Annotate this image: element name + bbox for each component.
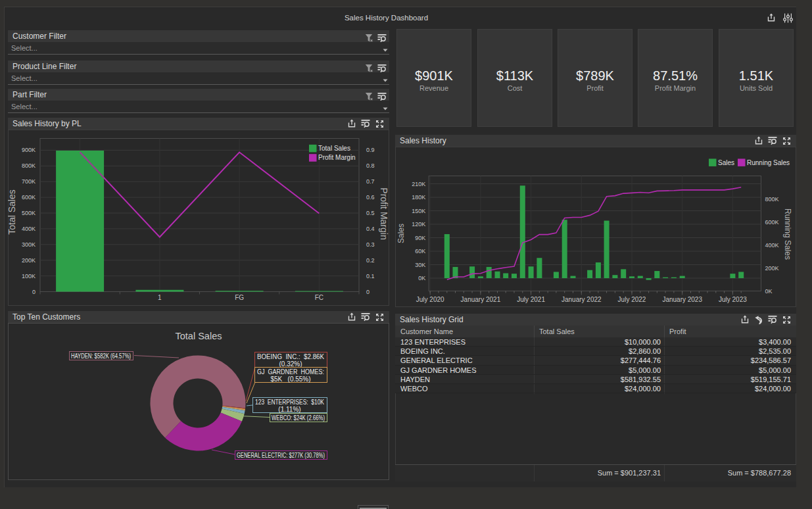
- svg-text:July 2021: July 2021: [517, 296, 545, 303]
- svg-text:300K: 300K: [22, 241, 36, 248]
- svg-text:0.1: 0.1: [366, 273, 375, 279]
- svg-text:0.9: 0.9: [366, 147, 375, 153]
- svg-text:FG: FG: [235, 294, 244, 301]
- svg-text:July 2023: July 2023: [719, 296, 747, 303]
- svg-text:500K: 500K: [22, 210, 36, 216]
- svg-text:Profit Margin: Profit Margin: [318, 154, 356, 161]
- svg-text:HAYDEN: $582K (64.57%): HAYDEN: $582K (64.57%): [71, 352, 131, 360]
- svg-text:0: 0: [366, 289, 370, 295]
- svg-text:60K: 60K: [415, 248, 425, 254]
- svg-text:Sales: Sales: [396, 224, 406, 243]
- svg-text:210K: 210K: [412, 181, 425, 187]
- svg-text:(0.32%): (0.32%): [279, 360, 302, 368]
- svg-text:900K: 900K: [22, 147, 36, 153]
- svg-text:400K: 400K: [765, 242, 779, 249]
- svg-text:GENERAL ELECTRIC: $277K (30.78: GENERAL ELECTRIC: $277K (30.78%): [237, 452, 325, 459]
- svg-text:Running Sales: Running Sales: [747, 159, 790, 166]
- svg-text:0.8: 0.8: [366, 162, 375, 169]
- svg-text:0K: 0K: [418, 275, 425, 281]
- svg-text:120K: 120K: [412, 221, 425, 228]
- svg-text:January 2022: January 2022: [561, 296, 602, 303]
- svg-text:150K: 150K: [412, 208, 425, 214]
- svg-text:FC: FC: [315, 294, 323, 301]
- svg-text:Total Sales: Total Sales: [318, 145, 350, 152]
- svg-text:400K: 400K: [22, 226, 36, 232]
- svg-text:GJ GARDNER HOMES:: GJ GARDNER HOMES:: [257, 368, 324, 376]
- svg-text:600K: 600K: [765, 219, 779, 226]
- svg-text:0.2: 0.2: [366, 257, 375, 264]
- svg-text:July 2022: July 2022: [618, 296, 646, 303]
- svg-text:0K: 0K: [765, 288, 773, 295]
- svg-text:BOEING INC.: $2.86K: BOEING INC.: $2.86K: [257, 353, 324, 360]
- svg-text:123 ENTERPRISES: $10K: 123 ENTERPRISES: $10K: [255, 399, 324, 406]
- svg-text:600K: 600K: [22, 194, 36, 201]
- svg-text:Total Sales: Total Sales: [8, 189, 17, 234]
- svg-text:January 2021: January 2021: [461, 296, 501, 303]
- svg-text:Profit Margin: Profit Margin: [379, 187, 389, 239]
- svg-text:WEBCO: $24K (2.66%): WEBCO: $24K (2.66%): [272, 414, 325, 422]
- svg-text:90K: 90K: [415, 235, 425, 241]
- svg-text:200K: 200K: [765, 265, 779, 272]
- svg-text:0.3: 0.3: [366, 241, 375, 248]
- svg-text:Total Sales: Total Sales: [176, 331, 222, 341]
- svg-text:Sales: Sales: [718, 159, 734, 166]
- svg-text:100K: 100K: [22, 273, 36, 279]
- svg-text:800K: 800K: [22, 162, 36, 169]
- svg-text:0: 0: [32, 289, 36, 295]
- svg-text:Running Sales: Running Sales: [783, 208, 792, 260]
- svg-text:July 2020: July 2020: [416, 296, 444, 303]
- svg-text:0.6: 0.6: [366, 194, 375, 201]
- svg-text:700K: 700K: [22, 178, 36, 185]
- svg-text:180K: 180K: [412, 194, 425, 201]
- svg-text:0.4: 0.4: [366, 226, 375, 232]
- svg-text:$5K (0.55%): $5K (0.55%): [270, 376, 310, 383]
- svg-text:0.7: 0.7: [366, 178, 375, 185]
- svg-text:30K: 30K: [415, 262, 425, 268]
- svg-text:1: 1: [158, 294, 162, 301]
- svg-text:0.5: 0.5: [366, 210, 375, 216]
- svg-text:200K: 200K: [22, 257, 36, 264]
- svg-text:800K: 800K: [765, 196, 779, 203]
- svg-text:(1.11%): (1.11%): [278, 406, 300, 413]
- svg-text:January 2023: January 2023: [662, 296, 702, 303]
